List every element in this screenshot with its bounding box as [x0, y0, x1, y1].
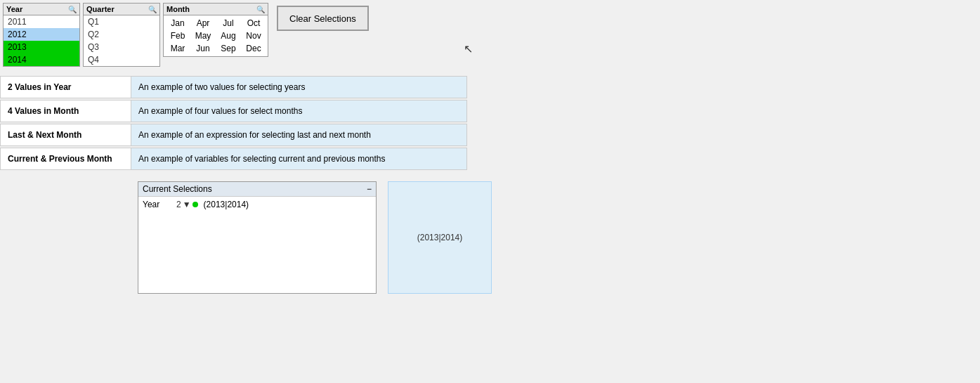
month-dec[interactable]: Dec — [241, 42, 266, 55]
month-oct[interactable]: Oct — [241, 17, 266, 30]
month-sep[interactable]: Sep — [216, 42, 241, 55]
top-area: Year 🔍 2011 2012 2013 2014 Quarter 🔍 Q1 … — [0, 0, 980, 70]
bottom-area: Current Selections − Year 2 ▼ (2013|2014… — [0, 181, 980, 294]
table-row-last-next: Last & Next Month An example of an expre… — [0, 124, 467, 146]
table-desc-month: An example of four values for select mon… — [131, 100, 466, 122]
year-item-2013[interactable]: 2013 — [4, 41, 79, 53]
year-item-2012[interactable]: 2012 — [4, 28, 79, 41]
month-feb[interactable]: Feb — [165, 30, 190, 42]
month-grid: Jan Apr Jul Oct Feb May Aug Nov Mar Jun … — [164, 15, 268, 56]
month-jun[interactable]: Jun — [190, 42, 216, 55]
current-selections-panel: Current Selections − Year 2 ▼ (2013|2014… — [138, 181, 377, 294]
quarter-title: Quarter — [86, 5, 115, 13]
table-label-last-next[interactable]: Last & Next Month — [1, 124, 131, 145]
month-listbox-header: Month 🔍 — [164, 4, 268, 15]
year-search-icon[interactable]: 🔍 — [68, 6, 77, 13]
quarter-item-q3[interactable]: Q3 — [84, 41, 159, 53]
month-apr[interactable]: Apr — [190, 17, 216, 30]
month-nov[interactable]: Nov — [241, 30, 266, 42]
cs-count-dropdown-icon[interactable]: ▼ — [183, 200, 191, 209]
quarter-item-q4[interactable]: Q4 — [84, 53, 159, 66]
table-label-year[interactable]: 2 Values in Year — [1, 77, 131, 98]
cs-count: 2 ▼ — [176, 200, 198, 209]
quarter-item-q1[interactable]: Q1 — [84, 15, 159, 28]
month-title: Month — [166, 5, 190, 13]
cs-minimize-icon[interactable]: − — [367, 184, 372, 194]
cs-green-dot — [192, 202, 198, 207]
quarter-listbox: Quarter 🔍 Q1 Q2 Q3 Q4 — [83, 3, 160, 67]
year-item-2014[interactable]: 2014 — [4, 53, 79, 66]
month-listbox: Month 🔍 Jan Apr Jul Oct Feb May Aug Nov … — [163, 3, 268, 57]
month-search-icon[interactable]: 🔍 — [256, 6, 265, 13]
cs-field-label: Year — [143, 200, 171, 209]
quarter-search-icon[interactable]: 🔍 — [148, 6, 157, 13]
table-row-year: 2 Values in Year An example of two value… — [0, 76, 467, 98]
table-label-current-prev[interactable]: Current & Previous Month — [1, 148, 131, 169]
middle-table: 2 Values in Year An example of two value… — [0, 76, 467, 170]
quarter-listbox-items: Q1 Q2 Q3 Q4 — [84, 15, 159, 66]
year-listbox: Year 🔍 2011 2012 2013 2014 — [3, 3, 80, 67]
clear-selections-button[interactable]: Clear Selections — [277, 6, 369, 31]
month-jan[interactable]: Jan — [165, 17, 190, 30]
cs-value: (2013|2014) — [204, 200, 249, 209]
table-desc-current-prev: An example of variables for selecting cu… — [131, 148, 466, 169]
table-row-month: 4 Values in Month An example of four val… — [0, 100, 467, 122]
month-mar[interactable]: Mar — [165, 42, 190, 55]
text-box-value: (2013|2014) — [417, 233, 463, 242]
text-box-panel[interactable]: (2013|2014) — [388, 181, 492, 294]
table-label-month[interactable]: 4 Values in Month — [1, 100, 131, 122]
month-may[interactable]: May — [190, 30, 216, 42]
month-jul[interactable]: Jul — [216, 17, 241, 30]
cs-row: Year 2 ▼ (2013|2014) — [138, 197, 376, 212]
table-desc-last-next: An example of an expression for selectin… — [131, 124, 466, 145]
quarter-listbox-header: Quarter 🔍 — [84, 4, 159, 15]
cs-count-value: 2 — [176, 200, 181, 209]
table-row-current-prev: Current & Previous Month An example of v… — [0, 148, 467, 170]
cs-header: Current Selections − — [138, 182, 376, 197]
cs-title: Current Selections — [143, 184, 212, 194]
cursor-icon: ↖ — [464, 42, 473, 56]
year-listbox-items: 2011 2012 2013 2014 — [4, 15, 79, 66]
table-desc-year: An example of two values for selecting y… — [131, 77, 466, 98]
quarter-item-q2[interactable]: Q2 — [84, 28, 159, 41]
month-aug[interactable]: Aug — [216, 30, 241, 42]
year-item-2011[interactable]: 2011 — [4, 15, 79, 28]
year-listbox-header: Year 🔍 — [4, 4, 79, 15]
year-title: Year — [6, 5, 22, 13]
